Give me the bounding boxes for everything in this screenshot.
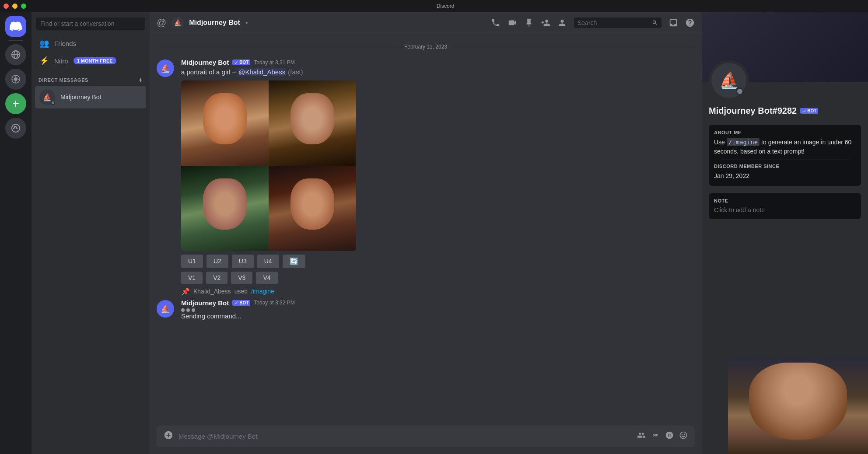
face-overlay-4 — [290, 178, 334, 230]
svg-point-4 — [14, 77, 18, 81]
emoji-icon[interactable] — [679, 431, 688, 442]
dm-nav: 👥 Friends ⚡ Nitro 1 MONTH FREE — [32, 35, 150, 69]
refresh-button[interactable]: 🔄 — [283, 255, 305, 268]
face-overlay-1 — [203, 93, 247, 144]
dm-add-button[interactable]: + — [138, 76, 143, 84]
profile-avatar: ⛵ — [709, 60, 749, 101]
server-icon-ai[interactable] — [5, 69, 26, 90]
message-input-area — [150, 426, 702, 454]
image-grid[interactable] — [181, 80, 356, 251]
v1-button[interactable]: V1 — [181, 272, 203, 284]
search-bar[interactable] — [574, 17, 662, 28]
pin-icon[interactable] — [524, 18, 534, 28]
note-box: NOTE — [709, 193, 861, 219]
message-input-box — [157, 426, 695, 447]
face-overlay-2 — [290, 93, 334, 144]
message-2-content: Midjourney Bot BOT Today at 3:32 PM — [181, 299, 695, 321]
input-icons — [637, 431, 688, 442]
search-input[interactable] — [36, 17, 145, 30]
date-text: February 11, 2023 — [404, 44, 447, 50]
nitro-badge: 1 MONTH FREE — [74, 57, 116, 64]
add-friend-icon[interactable] — [541, 18, 550, 28]
nitro-nav-item[interactable]: ⚡ Nitro 1 MONTH FREE — [35, 52, 146, 69]
face-overlay-3 — [203, 178, 247, 230]
minimize-btn[interactable] — [12, 3, 18, 9]
explore-btn[interactable] — [5, 118, 26, 139]
chat-header-name: Midjourney Bot — [189, 19, 240, 27]
message-1-time: Today at 3:31 PM — [254, 59, 294, 66]
add-attachment-icon[interactable] — [164, 430, 173, 442]
message-2-time: Today at 3:32 PM — [254, 300, 294, 306]
portrait-cell-3[interactable] — [181, 166, 269, 251]
u2-button[interactable]: U2 — [206, 255, 228, 268]
dm-section-header: DIRECT MESSAGES + — [32, 69, 150, 86]
note-title: NOTE — [714, 198, 856, 203]
about-me-title: ABOUT ME — [714, 130, 856, 135]
member-since-content: Jan 29, 2022 — [714, 171, 856, 181]
profile-status-indicator — [736, 87, 744, 95]
friends-nav-item[interactable]: 👥 Friends — [35, 35, 146, 52]
message-1-author: Midjourney Bot — [181, 59, 229, 66]
messages-area[interactable]: February 11, 2023 ⛵ Midjourney Bot BOT T… — [150, 33, 702, 426]
add-server-btn[interactable]: + — [5, 93, 26, 114]
call-icon[interactable] — [491, 18, 500, 28]
people-icon[interactable] — [637, 431, 646, 442]
action-buttons-row2: V1 V2 V3 V4 — [181, 272, 695, 284]
titlebar-controls[interactable] — [4, 3, 26, 9]
header-search-input[interactable] — [578, 19, 649, 26]
system-command[interactable]: /imagine — [251, 288, 274, 295]
dot-1 — [181, 308, 185, 312]
system-msg-icon: 📌 — [181, 287, 190, 296]
at-icon: @ — [157, 17, 166, 28]
profile-name: Midjourney Bot#9282 — [709, 106, 797, 116]
dm-item-midjourney[interactable]: ⛵ Midjourney Bot — [35, 86, 146, 108]
portrait-cell-1[interactable] — [181, 80, 269, 166]
u4-button[interactable]: U4 — [257, 255, 279, 268]
nitro-icon: ⚡ — [39, 56, 49, 66]
video-icon[interactable] — [508, 18, 517, 28]
v4-button[interactable]: V4 — [256, 272, 277, 284]
profile-icon[interactable] — [557, 18, 567, 28]
bot-avatar-msg2: ⛵ — [157, 300, 174, 318]
profile-bot-badge: BOT — [800, 108, 818, 114]
bot-badge-2: BOT — [232, 300, 250, 306]
video-face-overlay — [749, 363, 847, 440]
gif-icon[interactable] — [651, 431, 660, 442]
sending-text: Sending command... — [181, 312, 242, 320]
server-icon-home[interactable] — [5, 16, 26, 37]
video-thumbnail[interactable] — [728, 358, 868, 454]
maximize-btn[interactable] — [21, 3, 26, 9]
message-input[interactable] — [178, 433, 632, 440]
friends-icon: 👥 — [39, 38, 49, 48]
status-dot — [51, 101, 55, 105]
note-input[interactable] — [714, 206, 856, 213]
header-actions — [491, 17, 695, 28]
portrait-4 — [269, 166, 356, 251]
system-action: used — [234, 288, 248, 295]
message-2-text: Sending command... — [181, 308, 695, 321]
portrait-cell-2[interactable] — [269, 80, 356, 166]
portrait-3 — [181, 166, 269, 251]
msg1-suffix: (fast) — [286, 68, 303, 76]
message-1-header: Midjourney Bot BOT Today at 3:31 PM — [181, 59, 695, 66]
inbox-icon[interactable] — [668, 18, 678, 28]
v2-button[interactable]: V2 — [206, 272, 228, 284]
profile-divider-1 — [721, 160, 849, 160]
msg1-mention[interactable]: @Khalid_Abess — [238, 68, 286, 76]
midjourney-bot-avatar: ⛵ — [39, 89, 55, 105]
video-face — [728, 358, 868, 454]
dm-section-title: DIRECT MESSAGES — [38, 77, 88, 83]
v3-button[interactable]: V3 — [231, 272, 252, 284]
sticker-icon[interactable] — [665, 431, 674, 442]
u1-button[interactable]: U1 — [181, 255, 203, 268]
server-icon-globe[interactable] — [5, 44, 26, 65]
online-status-dot: ● — [245, 20, 248, 25]
chat-area: @ ⛵ Midjourney Bot ● — [150, 12, 702, 454]
portrait-cell-4[interactable] — [269, 166, 356, 251]
help-icon[interactable] — [685, 18, 695, 28]
message-1-content: Midjourney Bot BOT Today at 3:31 PM a po… — [181, 59, 695, 284]
close-btn[interactable] — [4, 3, 9, 9]
profile-name-row: Midjourney Bot#9282 BOT — [709, 106, 861, 116]
u3-button[interactable]: U3 — [232, 255, 254, 268]
system-msg-row: 📌 Khalid_Abess used /imagine — [181, 287, 695, 296]
